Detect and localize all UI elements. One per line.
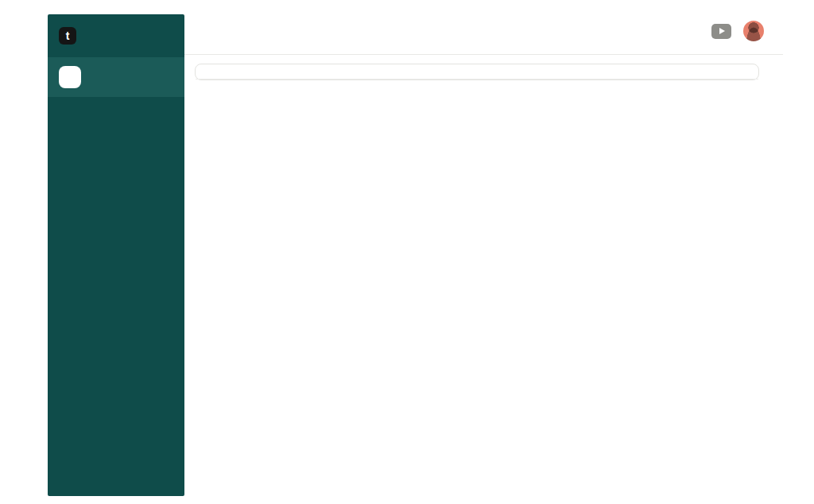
page-header <box>184 14 783 41</box>
overview-card-header <box>196 64 758 79</box>
user-avatar[interactable] <box>743 21 764 41</box>
video-icon[interactable] <box>711 24 731 39</box>
tability-logo-icon: t <box>59 27 76 45</box>
main-content <box>184 14 783 504</box>
workspace-bolt-icon <box>59 66 81 88</box>
sidebar: t <box>48 14 184 496</box>
lock-icon[interactable] <box>686 25 700 38</box>
workspace-swap-icon[interactable] <box>164 72 173 83</box>
tab-bar <box>184 41 783 55</box>
header-actions <box>686 21 764 41</box>
logo-row: t <box>48 14 184 57</box>
potted-flower-icon <box>196 21 216 41</box>
gear-icon[interactable] <box>160 29 173 43</box>
workspace-selector[interactable] <box>48 57 184 97</box>
overview-card <box>195 64 759 80</box>
